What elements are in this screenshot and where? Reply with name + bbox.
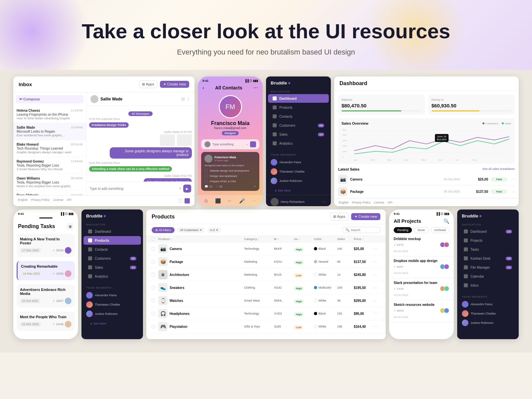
list-item[interactable]: 11:52AM Helena Chavez Leaving Fingerprin… — [13, 106, 86, 123]
products-title: Products — [152, 214, 175, 220]
nav-item-dashboard[interactable]: Dashboard 15 — [459, 227, 517, 236]
row-more-icon[interactable]: ⋯ — [374, 247, 380, 251]
search-input[interactable] — [351, 228, 377, 232]
create-button[interactable]: ✦ Create new — [160, 81, 189, 88]
row-more-icon[interactable]: ⋯ — [374, 273, 380, 277]
projects-tabs: Pending Done Archived — [389, 226, 454, 234]
balance-bar — [341, 110, 422, 111]
apps-button[interactable]: ⊞ Apps — [330, 213, 348, 220]
see-all-link[interactable]: See all sales breakdown — [482, 167, 515, 171]
create-new-button[interactable]: ✦ Create new — [351, 213, 380, 220]
list-item[interactable]: 08:01PM Owen Williams Tesla, Reporting B… — [13, 174, 86, 191]
nav-item-contacts[interactable]: Contacts — [268, 112, 329, 121]
bruddle-logo-3: Bruddle — [457, 209, 519, 220]
filter-az-tag[interactable]: A-Z ✕ — [207, 227, 221, 233]
chat-more-icon[interactable]: ⋮ — [187, 97, 191, 101]
list-item[interactable]: 12:54AM Raymond Gomez Tesla, Reporting B… — [13, 157, 86, 174]
tab-done[interactable]: Done — [414, 227, 429, 233]
filter-button[interactable]: ⊞ — [67, 223, 73, 230]
row-more-icon[interactable]: ⋯ — [374, 299, 380, 303]
svg-text:0: 0 — [342, 156, 344, 158]
chat-input-field[interactable] — [90, 187, 177, 191]
message-bubble: 8:20 PM Gabriela Pires Freelance Design … — [89, 117, 192, 128]
project-avatar — [444, 242, 449, 247]
tab-archived[interactable]: Archived — [431, 227, 450, 233]
nav-item-projects[interactable]: Projects — [459, 236, 517, 245]
search-icon[interactable]: 🔍 — [444, 218, 449, 224]
more-icon[interactable]: ⋯ — [322, 200, 326, 204]
add-icon[interactable]: + — [246, 143, 248, 146]
chat-attach-icon[interactable]: ⊡ — [181, 97, 185, 101]
bruddle-sidebar-dark: Bruddle Navigation Dashboard Products Co… — [266, 76, 331, 206]
more-icon[interactable]: ⋯ — [511, 190, 515, 194]
more-icon[interactable]: ⋯ — [253, 157, 256, 161]
edit-icon[interactable]: ✏ — [228, 198, 232, 203]
dashboard-header: Dashboard — [334, 76, 519, 91]
dashboard-icon — [273, 96, 277, 100]
more-icon[interactable]: ⋯ — [253, 85, 258, 90]
nav-section-3: Navigation Dashboard 15 Projects Tasks K… — [457, 220, 519, 292]
footer-icon[interactable] — [185, 198, 190, 203]
products-filters: ⊞ All Filters All Customers ✕ A-Z ✕ 🔍 — [146, 224, 386, 236]
nav-item-sales[interactable]: Sales 14 — [83, 263, 141, 272]
footer-icon[interactable] — [178, 198, 183, 203]
nav-item-contacts[interactable]: Contacts — [83, 245, 141, 254]
row-more-icon[interactable]: ⋯ — [374, 312, 380, 316]
nav-item-calendar[interactable]: Calendar — [459, 272, 517, 281]
see-more-link[interactable]: ▸ See More — [271, 189, 296, 192]
team-member: Justine Robinson — [86, 311, 138, 317]
back-icon[interactable]: ‹ — [202, 85, 204, 90]
tab-pending[interactable]: Pending — [394, 227, 412, 233]
send-button[interactable]: ▶ — [183, 185, 191, 193]
row-more-icon[interactable]: ⋯ — [374, 286, 380, 290]
chat-icon[interactable]: ⬛ — [215, 198, 221, 203]
filter-all-button[interactable]: ⊞ All Filters — [152, 227, 175, 233]
list-item[interactable]: 10:04AM Sallie Wade Microsoft Looks to R… — [13, 123, 86, 140]
nav-item-products[interactable]: Products — [83, 236, 141, 245]
team-avatar — [86, 311, 93, 317]
chat-input-area: + ▶ — [86, 182, 195, 195]
nav-item-dashboard[interactable]: Dashboard — [83, 227, 141, 236]
nav-item-kanban[interactable]: Kanban Desk 28 — [459, 254, 517, 263]
nav-item-tasks[interactable]: Tasks — [459, 245, 517, 254]
team-section-2: Team Members Alexandre Paiva Thanawan Ch… — [81, 284, 143, 328]
nav-item-inbox[interactable]: Inbox — [459, 281, 517, 290]
svg-text:500: 500 — [342, 129, 347, 131]
team-avatar — [86, 292, 93, 299]
mic-icon[interactable]: 🎤 — [239, 198, 245, 203]
chat-header: Sallie Wade ⊡ ⋮ — [86, 92, 195, 106]
row-more-icon[interactable]: ⋯ — [374, 325, 380, 329]
compose-button[interactable]: ✏ Compose — [16, 95, 83, 103]
nav-item-filemanager[interactable]: File Manager 14 — [459, 263, 517, 272]
list-item[interactable]: 09:31AM Blake Howard Tech Roundup: Thing… — [13, 140, 86, 157]
inbox-screen: Inbox ⊞ Apps ✦ Create new ✏ Compose 11:5… — [13, 76, 195, 206]
more-icon[interactable]: ⋯ — [252, 198, 256, 203]
profile-icon[interactable]: ⊙ — [204, 198, 208, 203]
product-thumbnail: 📷 — [158, 244, 168, 253]
nav-item-dashboard[interactable]: Dashboard — [268, 94, 329, 103]
nav-item-analytics[interactable]: Analytics — [83, 272, 141, 281]
filter-customers-tag[interactable]: All Customers ✕ — [177, 227, 205, 233]
dashboard-footer: English Privacy Policy License API — [334, 199, 519, 206]
nav-item-products[interactable]: Products — [268, 103, 329, 112]
customers-legend-dot — [482, 122, 484, 124]
nav-item-customers[interactable]: Customers 28 — [83, 254, 141, 263]
apps-button[interactable]: ⊞ Apps — [139, 80, 157, 88]
see-more-link[interactable]: ▸ See More — [86, 322, 111, 325]
add-icon[interactable]: + — [179, 186, 181, 191]
svg-text:Jun: Jun — [438, 159, 443, 161]
list-item[interactable]: 08:01PM Daya Chitanis Things Learned Lea… — [13, 191, 86, 195]
more-icon[interactable]: ⋯ — [511, 178, 515, 181]
nav-item-analytics[interactable]: Analytics — [268, 139, 329, 148]
share-icon[interactable]: ↗ — [253, 185, 256, 188]
nav-item-sales[interactable]: Sales 14 — [268, 130, 329, 139]
svg-text:300: 300 — [342, 140, 347, 142]
product-thumbnail: 📦 — [158, 257, 168, 266]
send-button[interactable] — [250, 141, 256, 147]
task-assignee-avatar — [65, 321, 71, 328]
nav-item-customers[interactable]: Customers 28 — [268, 121, 329, 130]
search-box: 🔍 — [342, 227, 380, 233]
bruddle-logo: Bruddle — [266, 76, 331, 87]
products-icon — [273, 105, 277, 109]
row-more-icon[interactable]: ⋯ — [374, 260, 380, 264]
